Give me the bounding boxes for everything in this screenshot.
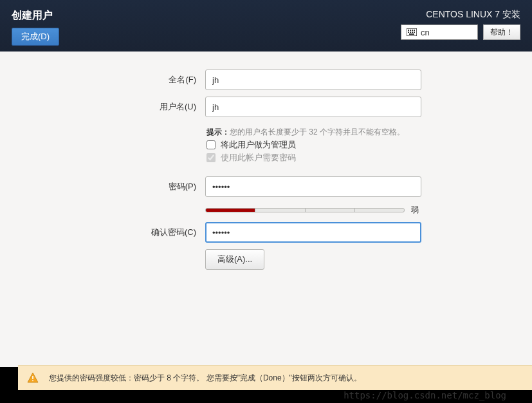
confirm-password-input[interactable] <box>205 222 421 243</box>
advanced-row: 高级(A)... <box>19 249 513 270</box>
admin-checkbox-row[interactable]: 将此用户做为管理员 <box>206 139 513 151</box>
help-button[interactable]: 帮助！ <box>483 24 520 40</box>
done-button[interactable]: 完成(D) <box>12 28 59 46</box>
hint-prefix: 提示： <box>206 127 230 136</box>
warning-bar: 您提供的密码强度较低：密码少于 8 个字符。 您需要按"完成（Done）"按钮两… <box>18 365 532 390</box>
strength-text: 弱 <box>411 205 419 216</box>
keyboard-icon <box>407 28 417 36</box>
warning-icon <box>27 372 39 384</box>
svg-rect-8 <box>414 32 415 33</box>
header-left: 创建用户 完成(D) <box>12 6 59 52</box>
fullname-label: 全名(F) <box>19 74 196 86</box>
keyboard-layout-selector[interactable]: cn <box>401 24 478 40</box>
fullname-input[interactable] <box>205 70 421 90</box>
password-input[interactable] <box>205 176 421 197</box>
warning-text: 您提供的密码强度较低：密码少于 8 个字符。 您需要按"完成（Done）"按钮两… <box>49 373 362 384</box>
username-hint: 提示：您的用户名长度要少于 32 个字符并且不能有空格。 <box>206 127 513 138</box>
confirm-label: 确认密码(C) <box>19 227 196 238</box>
strength-row-wrapper: 弱 <box>19 203 513 216</box>
advanced-button[interactable]: 高级(A)... <box>205 249 264 270</box>
username-row: 用户名(U) <box>19 97 513 117</box>
strength-bar <box>205 208 405 212</box>
require-password-label: 使用此帐户需要密码 <box>221 152 296 164</box>
page-title: 创建用户 <box>12 9 59 23</box>
require-password-row: 使用此帐户需要密码 <box>206 152 513 164</box>
svg-rect-5 <box>408 32 409 33</box>
header-right: CENTOS LINUX 7 安装 cn 帮助！ <box>401 6 520 52</box>
svg-rect-4 <box>414 30 415 31</box>
svg-rect-10 <box>32 376 33 379</box>
password-label: 密码(P) <box>19 181 196 192</box>
svg-rect-2 <box>410 30 411 31</box>
confirm-row: 确认密码(C) <box>19 222 513 243</box>
main-content: 全名(F) 用户名(U) 提示：您的用户名长度要少于 32 个字符并且不能有空格… <box>0 52 532 367</box>
svg-rect-9 <box>409 33 414 35</box>
hint-row: 提示：您的用户名长度要少于 32 个字符并且不能有空格。 将此用户做为管理员 使… <box>19 124 513 164</box>
username-label: 用户名(U) <box>19 101 196 113</box>
username-input[interactable] <box>205 97 421 117</box>
header: 创建用户 完成(D) CENTOS LINUX 7 安装 cn 帮助！ <box>0 0 532 52</box>
password-row: 密码(P) <box>19 176 513 197</box>
keyboard-layout-label: cn <box>421 28 430 37</box>
header-controls: cn 帮助！ <box>401 24 520 40</box>
require-password-checkbox <box>206 153 216 162</box>
svg-rect-6 <box>410 32 411 33</box>
svg-rect-3 <box>412 30 413 31</box>
admin-checkbox[interactable] <box>206 140 216 149</box>
create-user-form: 全名(F) 用户名(U) 提示：您的用户名长度要少于 32 个字符并且不能有空格… <box>19 70 513 270</box>
svg-rect-1 <box>408 30 409 31</box>
fullname-row: 全名(F) <box>19 70 513 90</box>
watermark: https://blog.csdn.net/mcz_blog <box>344 390 506 400</box>
installer-title: CENTOS LINUX 7 安装 <box>426 9 520 21</box>
admin-checkbox-label: 将此用户做为管理员 <box>221 139 296 151</box>
svg-rect-11 <box>32 380 33 382</box>
password-strength: 弱 <box>205 205 513 216</box>
hint-text: 您的用户名长度要少于 32 个字符并且不能有空格。 <box>230 127 405 136</box>
svg-rect-7 <box>412 32 413 33</box>
